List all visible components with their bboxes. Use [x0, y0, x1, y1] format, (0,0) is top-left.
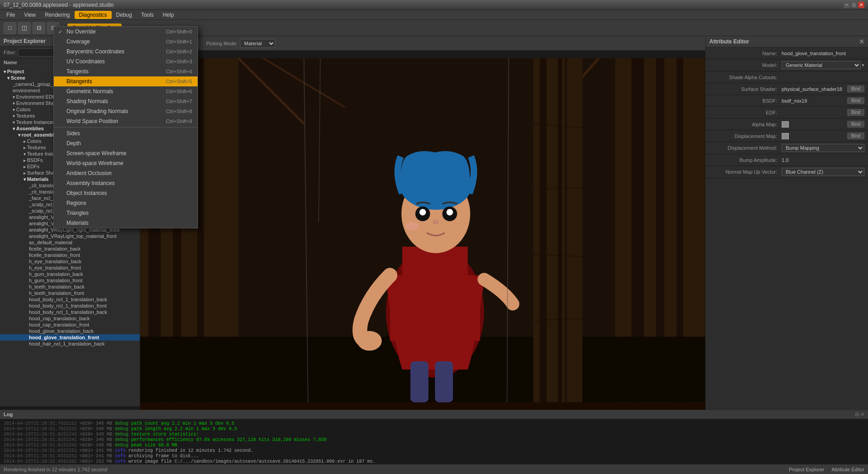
dd-assembly-instances[interactable]: Assembly Instances	[54, 178, 198, 188]
viewport-canvas	[140, 51, 705, 410]
close-button[interactable]: ✕	[858, 2, 864, 8]
tree-mat-ficelle-back[interactable]: ficelle_translation_back	[0, 246, 140, 252]
svg-point-23	[433, 219, 439, 224]
status-bar: Rendering finished in 12 minutes 1.742 s…	[0, 464, 868, 474]
tree-mat-eye-back[interactable]: h_eye_translation_back	[0, 258, 140, 265]
dd-tangents[interactable]: Tangents Ctrl+Shift+4	[54, 66, 198, 76]
tree-mat-glove-front[interactable]: hood_glove_translation_front	[0, 334, 140, 341]
attr-bump-amplitude-value: 1.0	[782, 157, 864, 163]
menu-help[interactable]: Help	[158, 11, 179, 19]
dd-worldspace-wireframe[interactable]: World-space Wireframe	[54, 158, 198, 168]
tree-mat-body-back[interactable]: hood_body_ncl_1_translation_back	[0, 296, 140, 303]
attr-edf-row: EDF: Bind	[706, 107, 868, 118]
svg-point-25	[357, 331, 382, 351]
attr-name-label: Name:	[709, 51, 782, 56]
dd-geometric-normals[interactable]: Geometric Normals Ctrl+Shift+6	[54, 86, 198, 96]
attr-displacement-method-dropdown[interactable]: Bump Mapping Displacement Mapping	[782, 144, 864, 152]
svg-rect-27	[435, 361, 453, 403]
attr-alpha-map-bind-btn[interactable]: Bind	[847, 121, 864, 128]
attr-name-row: Name: hood_glove_translation_front	[706, 47, 868, 59]
tree-mat-glove-back[interactable]: hood_glove_translation_back	[0, 328, 140, 334]
dd-no-override[interactable]: ✓ No Override Ctrl+Shift+0	[54, 27, 198, 37]
tree-mat-teeth-front[interactable]: h_teeth_translation_front	[0, 290, 140, 296]
dd-bitangents[interactable]: Bitangents Ctrl+Shift+5	[54, 76, 198, 86]
svg-rect-26	[410, 361, 429, 403]
dd-materials[interactable]: Materials	[54, 218, 198, 228]
attr-normal-map-up-dropdown[interactable]: Blue Channel (Z) Green Channel (Y)	[782, 168, 864, 176]
attr-bump-amplitude-row: Bump Amplitude: 1.0	[706, 154, 868, 166]
viewport-area: □ ⊞ ⊡ ☀ Picking Mode: Material Object As…	[140, 36, 705, 410]
attr-displacement-method-label: Displacement Method:	[709, 145, 782, 151]
toolbar-save-btn[interactable]: ⊟	[33, 22, 45, 34]
attr-model-dropdown[interactable]: Generic Material	[782, 61, 861, 69]
dd-uv-coordinates[interactable]: UV Coordinates Ctrl+Shift+3	[54, 57, 198, 66]
attr-shade-alpha-row: Shade Alpha Cutouts:	[706, 71, 868, 83]
viewport-toolbar: □ ⊞ ⊡ ☀ Picking Mode: Material Object As…	[140, 36, 705, 51]
tree-mat-gum-front[interactable]: h_gum_translation_front	[0, 277, 140, 284]
menu-view[interactable]: View	[19, 11, 40, 19]
dd-original-shading-normals[interactable]: Original Shading Normals Ctrl+Shift+8	[54, 106, 198, 116]
attr-model-row: Model: Generic Material ▾	[706, 59, 868, 71]
maximize-button[interactable]: □	[851, 2, 857, 8]
sidebar-scrollbar[interactable]	[0, 406, 140, 410]
dd-regions[interactable]: Regions	[54, 198, 198, 208]
attr-shade-alpha-label: Shade Alpha Cutouts:	[709, 75, 782, 80]
attr-alpha-map-thumb[interactable]	[782, 121, 789, 128]
render-scene	[140, 51, 705, 410]
dd-object-instances[interactable]: Object Instances	[54, 188, 198, 198]
tree-mat-teeth-back[interactable]: h_teeth_translation_back	[0, 284, 140, 290]
attr-model-arrow-icon[interactable]: ▾	[862, 62, 864, 68]
attr-edf-bind-btn[interactable]: Bind	[847, 109, 864, 116]
dd-screenspace-wireframe[interactable]: Screen-space Wireframe	[54, 148, 198, 158]
dd-barycentric[interactable]: Barycentric Coordinates Ctrl+Shift+2	[54, 47, 198, 57]
dd-ambient-occlusion[interactable]: Ambient Occlusion	[54, 168, 198, 178]
title-bar: 07_12_00.0089.appleseed - appleseed.stud…	[0, 0, 868, 10]
attr-normal-map-up-row: Normal Map Up Vector: Blue Channel (Z) G…	[706, 166, 868, 178]
dd-world-space-position[interactable]: World Space Position Ctrl+Shift+9	[54, 116, 198, 126]
tree-mat-ficelle-front[interactable]: ficelle_translation_front	[0, 252, 140, 258]
attr-displacement-map-thumb[interactable]	[782, 133, 789, 139]
dd-triangles[interactable]: Triangles	[54, 208, 198, 218]
log-line-5: 2014-04-15T21:28:51.8322252 <001> 241 MB…	[4, 448, 864, 453]
tree-mat-body-back2[interactable]: hood_body_ncl_1_translation_back	[0, 309, 140, 315]
tree-mat-cap-back[interactable]: hood_cap_translation_back	[0, 315, 140, 322]
attr-name-value: hood_glove_translation_front	[782, 51, 864, 56]
log-line-6: 2014-04-15T21:28:51.8332252 <001> 241 MB…	[4, 454, 864, 459]
minimize-button[interactable]: ─	[844, 2, 850, 8]
dd-shading-normals[interactable]: Shading Normals Ctrl+Shift+7	[54, 96, 198, 106]
tree-mat-gum-back[interactable]: h_gum_translation_back	[0, 271, 140, 277]
tree-mat-area-top[interactable]: arealight_VRayLight_top_material_front	[0, 233, 140, 239]
attr-bsdf-bind-btn[interactable]: Bind	[847, 97, 864, 104]
status-attr-editor-link[interactable]: Attribute Editor	[831, 467, 864, 472]
attr-editor-panel: Attribute Editor ✕ Name: hood_glove_tran…	[705, 36, 868, 410]
attr-editor-close-icon[interactable]: ✕	[859, 38, 864, 45]
attr-displacement-map-slider	[782, 133, 847, 139]
tree-mat-hair-back[interactable]: hood_hair_ncl_1_translation_back	[0, 341, 140, 347]
toolbar-new-btn[interactable]: □	[4, 22, 16, 34]
menu-tools[interactable]: Tools	[137, 11, 158, 19]
attr-bump-amplitude-label: Bump Amplitude:	[709, 157, 782, 163]
toolbar-open-btn[interactable]: ◫	[18, 22, 31, 34]
menu-debug[interactable]: Debug	[112, 11, 137, 19]
menu-rendering[interactable]: Rendering	[40, 11, 74, 19]
dd-depth[interactable]: Depth	[54, 138, 198, 148]
window-controls: ─ □ ✕	[844, 2, 864, 8]
menu-file[interactable]: File	[2, 11, 19, 19]
log-line-0: 2014-04-15T21:28:51.7922232 <029> 345 MB…	[4, 421, 864, 426]
attr-editor-header: Attribute Editor ✕	[706, 36, 868, 47]
tree-mat-cap-front[interactable]: hood_cap_translation_front	[0, 322, 140, 328]
tree-mat-body-front[interactable]: hood_body_ncl_1_translation_front	[0, 303, 140, 309]
status-right-panel: Project Explorer Attribute Editor	[789, 467, 864, 472]
attr-surface-shader-bind-btn[interactable]: Bind	[847, 85, 864, 92]
attr-normal-map-up-label: Normal Map Up Vector:	[709, 169, 782, 175]
attr-surface-shader-label: Surface Shader:	[709, 86, 782, 92]
dd-coverage[interactable]: Coverage Ctrl+Shift+1	[54, 37, 198, 47]
tree-mat-default[interactable]: as_default_material	[0, 239, 140, 246]
dd-sides[interactable]: Sides	[54, 128, 198, 138]
log-line-3: 2014-04-15T21:28:51.8152242 <029> 345 MB…	[4, 437, 864, 442]
status-project-explorer-link[interactable]: Project Explorer	[789, 467, 824, 472]
tree-mat-eye-front[interactable]: h_eye_translation_front	[0, 265, 140, 271]
menu-diagnostics[interactable]: Diagnostics	[75, 11, 112, 19]
attr-displacement-map-bind-btn[interactable]: Bind	[847, 133, 864, 139]
picking-mode-select[interactable]: Material Object Assembly	[240, 39, 275, 48]
